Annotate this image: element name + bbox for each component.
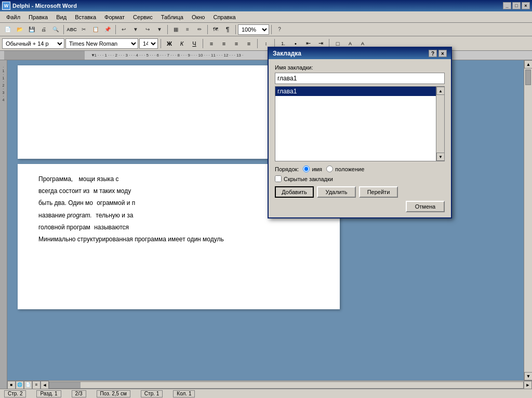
menu-tools[interactable]: Сервис xyxy=(129,11,157,22)
para3-text: быть два. Один мо xyxy=(38,199,93,207)
hscroll-left-button[interactable]: ◄ xyxy=(41,381,49,389)
dialog-help-button[interactable]: ? xyxy=(429,50,437,57)
table-button[interactable]: ▦ xyxy=(170,24,181,35)
view-web-button[interactable]: 🌐 xyxy=(16,381,24,389)
scroll-up-button[interactable]: ▲ xyxy=(524,60,532,68)
show-hide-button[interactable]: ¶ xyxy=(222,24,233,35)
preview-button[interactable]: 🔍 xyxy=(50,24,61,35)
scroll-track[interactable] xyxy=(524,68,532,372)
main-area: · 1 · 1 · 2 · 3 · 4 xyxy=(0,60,532,389)
hscroll-track[interactable]: ◄ ► xyxy=(41,381,532,389)
cancel-button[interactable]: Отмена xyxy=(406,201,445,212)
italic-button[interactable]: К xyxy=(176,38,188,49)
listbox-item-glava1[interactable]: глава1 xyxy=(275,87,436,96)
para4-right: тельную и за xyxy=(96,212,133,219)
bold-button[interactable]: Ж xyxy=(164,38,175,49)
sort-name-option[interactable]: имя xyxy=(303,166,322,172)
spell-button[interactable]: ABC xyxy=(66,24,77,35)
columns-button[interactable]: ≡ xyxy=(182,24,193,35)
minimize-button[interactable]: _ xyxy=(503,2,511,9)
para2-text: всегда состоит из xyxy=(38,187,91,195)
status-pos: Поз. 2,5 см xyxy=(97,390,130,397)
size-dropdown[interactable]: 14 xyxy=(139,38,158,49)
menu-table[interactable]: Таблица xyxy=(157,11,188,22)
view-buttons: ■ 🌐 📄 ≡ xyxy=(7,381,41,389)
font-dropdown[interactable]: Times New Roman xyxy=(65,38,138,49)
hscroll-thumb[interactable] xyxy=(49,382,81,388)
open-icon: 📂 xyxy=(17,26,23,32)
menu-format[interactable]: Формат xyxy=(100,11,129,22)
format-toolbar: Обычный + 14 р Times New Roman 14 Ж К Ч … xyxy=(0,36,532,51)
para4-text: название xyxy=(38,212,67,219)
underline-button[interactable]: Ч xyxy=(189,38,200,49)
justify-button[interactable]: ≡ xyxy=(243,38,255,49)
status-col: Кол. 1 xyxy=(173,390,195,397)
cut-button[interactable]: ✂ xyxy=(78,24,89,35)
hidden-bookmarks-checkbox[interactable] xyxy=(275,175,282,182)
view-outline-button[interactable]: ≡ xyxy=(32,381,41,389)
listbox-scroll-up[interactable]: ▲ xyxy=(436,87,445,95)
undo-button[interactable]: ↩ xyxy=(118,24,129,35)
scroll-down-button[interactable]: ▼ xyxy=(524,372,532,380)
para1-text: Программа, xyxy=(38,175,73,183)
bookmark-name-label: Имя закладки: xyxy=(275,64,445,71)
new-button[interactable]: 📄 xyxy=(2,24,14,35)
redo-button[interactable]: ↪ xyxy=(142,24,153,35)
goto-button[interactable]: Перейти xyxy=(359,186,398,198)
align-center-button[interactable]: ≡ xyxy=(218,38,230,49)
undo-arrow[interactable]: ▼ xyxy=(130,24,141,35)
listbox-scroll-track[interactable] xyxy=(436,95,444,153)
bookmark-name-input[interactable] xyxy=(275,73,445,84)
menu-help[interactable]: Справка xyxy=(209,11,240,22)
zoom-dropdown[interactable]: 100% xyxy=(238,24,269,35)
status-bar: Стр. 2 Разд. 1 2/3 Поз. 2,5 см Стр. 1 Ко… xyxy=(0,389,532,398)
hscroll-bar[interactable] xyxy=(49,381,524,389)
paste-button[interactable]: 📌 xyxy=(102,24,113,35)
redo-arrow-icon: ▼ xyxy=(157,26,162,32)
docmap-button[interactable]: 🗺 xyxy=(210,24,221,35)
sort-position-option[interactable]: положение xyxy=(326,166,364,172)
dialog-title: Закладка xyxy=(273,50,429,57)
align-left-button[interactable]: ≡ xyxy=(206,38,217,49)
listbox-scroll-down[interactable]: ▼ xyxy=(436,153,445,161)
undo-arrow-icon: ▼ xyxy=(133,26,138,32)
maximize-button[interactable]: □ xyxy=(512,2,521,9)
dialog-titlebar: Закладка ? × xyxy=(269,48,451,59)
view-normal-button[interactable]: ■ xyxy=(7,381,16,389)
standard-toolbar: 📄 📂 💾 🖨 🔍 ABC ✂ 📋 📌 ↩ ▼ ↪ ▼ ▦ ≡ ✏ 🗺 ¶ 10… xyxy=(0,23,532,36)
window-title: Delphi - Microsoft Word xyxy=(12,3,503,9)
delete-button[interactable]: Удалить xyxy=(317,186,356,198)
spell-icon: ABC xyxy=(66,27,77,32)
hscroll-right-button[interactable]: ► xyxy=(524,381,532,389)
dialog-close-button[interactable]: × xyxy=(438,50,447,57)
add-button[interactable]: Добавить xyxy=(275,186,314,198)
redo-arrow[interactable]: ▼ xyxy=(154,24,165,35)
para5-text: головной програм xyxy=(38,224,90,231)
menu-file[interactable]: Файл xyxy=(2,11,24,22)
ruler-marker-left: ▼ xyxy=(91,53,95,58)
copy-button[interactable]: 📋 xyxy=(90,24,101,35)
menu-window[interactable]: Окно xyxy=(188,11,209,22)
help-button[interactable]: ? xyxy=(274,24,285,35)
menu-insert[interactable]: Вставка xyxy=(71,11,100,22)
scroll-thumb[interactable] xyxy=(525,70,531,85)
save-button[interactable]: 💾 xyxy=(26,24,37,35)
vertical-ruler: · 1 · 1 · 2 · 3 · 4 xyxy=(0,60,7,389)
view-layout-button[interactable]: 📄 xyxy=(24,381,32,389)
drawing-button[interactable]: ✏ xyxy=(194,24,205,35)
bookmark-listbox[interactable]: глава1 ▲ ▼ xyxy=(275,86,445,161)
open-button[interactable]: 📂 xyxy=(14,24,25,35)
bookmark-dialog: Закладка ? × Имя закладки: глава1 ▲ ▼ По… xyxy=(268,47,452,218)
align-right-button[interactable]: ≡ xyxy=(231,38,242,49)
sort-position-radio[interactable] xyxy=(326,166,333,172)
menu-view[interactable]: Вид xyxy=(52,11,71,22)
redo-icon: ↪ xyxy=(145,26,150,32)
menu-edit[interactable]: Правка xyxy=(24,11,52,22)
close-button[interactable]: × xyxy=(522,2,530,9)
docmap-icon: 🗺 xyxy=(213,26,218,32)
status-line: Стр. 1 xyxy=(141,390,163,397)
style-dropdown[interactable]: Обычный + 14 р xyxy=(2,38,64,49)
print-button[interactable]: 🖨 xyxy=(38,24,49,35)
para1-right: мощи языка с xyxy=(79,175,119,183)
sort-name-radio[interactable] xyxy=(303,166,310,172)
